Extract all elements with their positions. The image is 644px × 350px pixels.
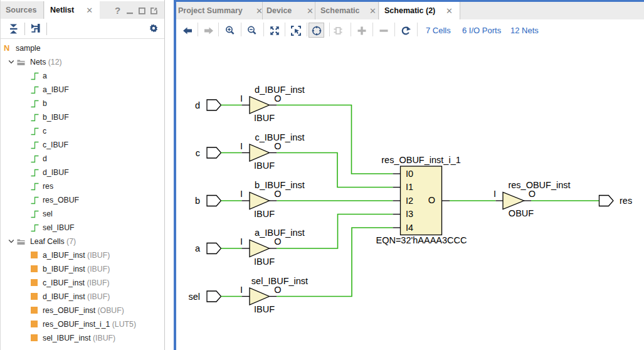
svg-text:I3: I3 bbox=[406, 209, 413, 219]
svg-text:d_IBUF_inst: d_IBUF_inst bbox=[255, 85, 305, 95]
svg-text:res_OBUF_inst: res_OBUF_inst bbox=[508, 180, 570, 190]
svg-text:d: d bbox=[195, 100, 200, 110]
svg-text:O: O bbox=[274, 189, 281, 199]
svg-text:IBUF: IBUF bbox=[254, 257, 275, 267]
svg-text:I: I bbox=[240, 93, 243, 103]
svg-text:O: O bbox=[274, 236, 281, 247]
svg-text:I2: I2 bbox=[406, 196, 413, 206]
svg-text:b_IBUF_inst: b_IBUF_inst bbox=[255, 180, 305, 190]
svg-text:I: I bbox=[240, 189, 243, 199]
svg-text:a: a bbox=[195, 243, 201, 253]
svg-text:I4: I4 bbox=[406, 223, 413, 233]
svg-text:O: O bbox=[274, 93, 281, 103]
svg-text:?: ? bbox=[115, 6, 120, 15]
svg-text:OBUF: OBUF bbox=[509, 208, 534, 218]
svg-text:IBUF: IBUF bbox=[254, 304, 275, 314]
svg-text:sel_IBUF_inst: sel_IBUF_inst bbox=[251, 276, 308, 286]
svg-text:sel: sel bbox=[188, 292, 200, 302]
svg-text:I: I bbox=[240, 285, 243, 295]
svg-text:IBUF: IBUF bbox=[254, 209, 275, 219]
svg-text:EQN=32'hAAAA3CCC: EQN=32'hAAAA3CCC bbox=[376, 235, 467, 245]
svg-text:O: O bbox=[428, 195, 435, 205]
svg-text:I: I bbox=[240, 236, 243, 247]
svg-text:O: O bbox=[274, 141, 281, 151]
svg-text:O: O bbox=[274, 285, 281, 295]
svg-text:c: c bbox=[196, 148, 200, 158]
svg-text:c_IBUF_inst: c_IBUF_inst bbox=[255, 132, 305, 142]
svg-text:I1: I1 bbox=[406, 182, 413, 192]
svg-text:I: I bbox=[494, 189, 496, 199]
svg-text:I: I bbox=[240, 141, 243, 151]
svg-text:I0: I0 bbox=[406, 169, 413, 179]
svg-text:IBUF: IBUF bbox=[254, 161, 275, 171]
svg-text:a_IBUF_inst: a_IBUF_inst bbox=[255, 228, 305, 238]
svg-text:IBUF: IBUF bbox=[254, 113, 275, 123]
svg-text:O: O bbox=[529, 189, 536, 199]
svg-text:res: res bbox=[620, 196, 632, 206]
svg-text:b: b bbox=[195, 196, 200, 206]
svg-text:res_OBUF_inst_i_1: res_OBUF_inst_i_1 bbox=[381, 155, 461, 165]
